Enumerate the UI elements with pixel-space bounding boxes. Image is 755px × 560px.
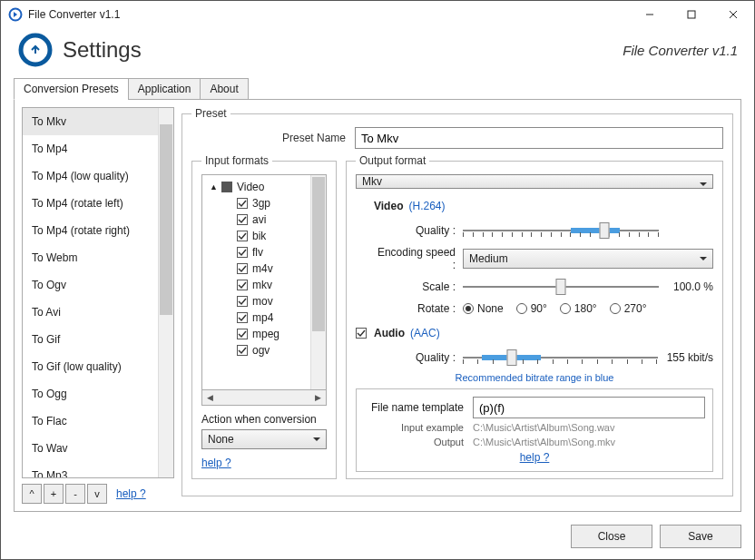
format-item[interactable]: m4v <box>204 260 309 277</box>
checkbox-icon[interactable] <box>237 198 248 209</box>
minimize-button[interactable] <box>629 1 671 28</box>
header: Settings File Converter v1.1 <box>1 28 754 77</box>
template-label: File name template <box>364 401 464 414</box>
maximize-button[interactable] <box>671 1 712 28</box>
video-quality-slider[interactable] <box>463 221 659 241</box>
scale-slider[interactable] <box>463 277 659 297</box>
checkbox-partial-icon[interactable] <box>221 182 232 192</box>
preset-item[interactable]: To Gif (low quality) <box>23 353 158 380</box>
remove-preset-button[interactable]: - <box>65 484 85 504</box>
input-formats-legend: Input formats <box>201 154 272 167</box>
input-formats-help-link[interactable]: help ? <box>201 457 327 469</box>
add-preset-button[interactable]: + <box>44 484 64 504</box>
preset-list-scrollbar[interactable] <box>158 108 173 477</box>
preset-item[interactable]: To Mp4 (low quality) <box>23 162 158 190</box>
video-section-title: Video <box>374 200 403 212</box>
move-down-button[interactable]: v <box>87 484 107 504</box>
rotate-option-90[interactable]: 90° <box>516 302 547 315</box>
save-settings-button[interactable]: Save <box>660 525 741 548</box>
encoding-speed-label: Encoding speed : <box>374 246 456 271</box>
checkbox-icon[interactable] <box>237 296 248 307</box>
move-up-button[interactable]: ^ <box>22 484 42 504</box>
scale-value: 100.0 % <box>668 280 713 293</box>
titlebar: File Converter v1.1 <box>1 1 754 28</box>
preset-item[interactable]: To Avi <box>23 299 158 326</box>
header-version: File Converter v1.1 <box>623 43 738 58</box>
settings-window: File Converter v1.1 Settings File Conver… <box>0 0 755 560</box>
checkbox-icon[interactable] <box>237 280 248 290</box>
audio-quality-label: Quality : <box>374 351 456 364</box>
output-format-combo[interactable]: Mkv <box>356 174 713 189</box>
format-item[interactable]: bik <box>204 228 309 244</box>
action-label: Action when conversion <box>201 413 327 426</box>
radio-icon <box>516 303 527 314</box>
formats-hscrollbar[interactable]: ◀▶ <box>201 390 327 406</box>
preset-list-section: To Mkv To Mp4 To Mp4 (low quality) To Mp… <box>22 107 174 504</box>
preset-item[interactable]: To Mp4 (rotate right) <box>23 217 158 244</box>
rotate-label: Rotate : <box>374 302 456 315</box>
tab-application[interactable]: Application <box>128 78 201 100</box>
preset-list: To Mkv To Mp4 To Mp4 (low quality) To Mp… <box>22 107 174 478</box>
output-example-value: C:\Music\Artist\Album\Song.mkv <box>473 437 615 447</box>
preset-item[interactable]: To Ogg <box>23 380 158 408</box>
radio-icon <box>610 303 621 314</box>
audio-quality-value: 155 kbit/s <box>667 351 713 364</box>
checkbox-icon[interactable] <box>237 231 248 241</box>
audio-checkbox[interactable] <box>356 328 367 339</box>
format-item[interactable]: ogv <box>204 342 309 359</box>
radio-icon <box>560 303 571 314</box>
rotate-option-none[interactable]: None <box>463 302 504 315</box>
close-settings-button[interactable]: Close <box>571 525 652 548</box>
preset-item[interactable]: To Mp3 <box>23 462 158 477</box>
preset-name-label: Preset Name <box>191 132 346 144</box>
template-help-link[interactable]: help ? <box>520 451 550 464</box>
footer: Close Save <box>1 519 754 559</box>
checkbox-icon[interactable] <box>237 247 248 258</box>
action-combo[interactable]: None <box>201 429 327 449</box>
close-button[interactable] <box>712 1 754 28</box>
audio-section-title: Audio <box>374 327 405 339</box>
page-title: Settings <box>63 37 142 63</box>
scale-label: Scale : <box>374 280 456 293</box>
preset-name-input[interactable] <box>355 127 723 149</box>
preset-item[interactable]: To Webm <box>23 244 158 271</box>
preset-item[interactable]: To Mp4 (rotate left) <box>23 190 158 217</box>
checkbox-icon[interactable] <box>237 312 248 323</box>
format-item[interactable]: mp4 <box>204 309 309 326</box>
preset-item[interactable]: To Flac <box>23 408 158 435</box>
filename-template-box: File name template Input example C:\Musi… <box>356 388 713 472</box>
preset-item[interactable]: To Mp4 <box>23 135 158 162</box>
preset-help-link[interactable]: help ? <box>116 487 146 500</box>
format-item[interactable]: mov <box>204 293 309 309</box>
output-format-fieldset: Output format Mkv Video (H.264) Quality … <box>346 154 723 479</box>
preset-item[interactable]: To Wav <box>23 435 158 462</box>
template-input[interactable] <box>473 397 705 418</box>
input-example-value: C:\Music\Artist\Album\Song.wav <box>473 422 615 433</box>
format-item[interactable]: avi <box>204 211 309 228</box>
checkbox-icon[interactable] <box>237 263 248 274</box>
tabs: Conversion Presets Application About <box>1 77 754 99</box>
formats-scrollbar[interactable] <box>310 175 326 389</box>
tab-conversion-presets[interactable]: Conversion Presets <box>14 78 129 100</box>
tab-panel: To Mkv To Mp4 To Mp4 (low quality) To Mp… <box>14 99 741 512</box>
preset-legend: Preset <box>191 107 230 120</box>
rotate-option-270[interactable]: 270° <box>610 302 647 315</box>
audio-quality-slider[interactable] <box>463 348 658 368</box>
preset-item[interactable]: To Mkv <box>23 108 158 135</box>
format-root-label: Video <box>237 181 264 193</box>
chevron-down-icon: ▲ <box>210 182 218 192</box>
checkbox-icon[interactable] <box>237 214 248 225</box>
preset-item[interactable]: To Ogv <box>23 271 158 299</box>
encoding-speed-combo[interactable]: Medium <box>463 249 713 269</box>
output-example-label: Output <box>364 437 464 447</box>
checkbox-icon[interactable] <box>237 345 248 356</box>
tab-about[interactable]: About <box>200 78 248 100</box>
format-item[interactable]: flv <box>204 244 309 260</box>
format-tree-root[interactable]: ▲ Video <box>204 179 309 195</box>
format-item[interactable]: 3gp <box>204 195 309 211</box>
format-item[interactable]: mkv <box>204 277 309 293</box>
preset-item[interactable]: To Gif <box>23 326 158 353</box>
rotate-option-180[interactable]: 180° <box>560 302 597 315</box>
format-item[interactable]: mpeg <box>204 326 309 342</box>
checkbox-icon[interactable] <box>237 329 248 339</box>
